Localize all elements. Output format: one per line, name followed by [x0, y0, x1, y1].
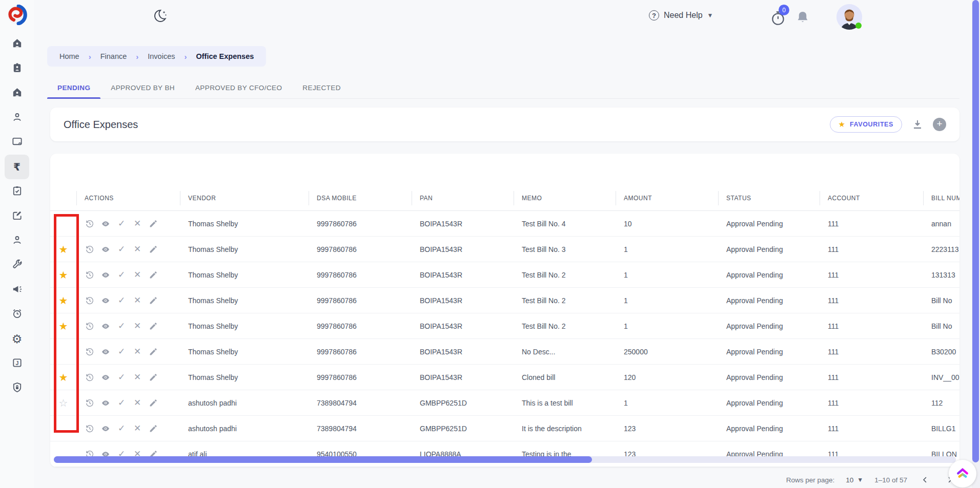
- expenses-table-card: ACTIONSVENDORDSA MOBILEPANMEMOAMOUNTSTAT…: [50, 154, 959, 467]
- tab-approved-by-bh[interactable]: APPROVED BY BH: [100, 77, 185, 98]
- view-icon[interactable]: [100, 295, 111, 306]
- timer-button[interactable]: 0: [770, 9, 787, 27]
- dark-mode-toggle[interactable]: [152, 8, 168, 24]
- sidebar-item-finance-rupee[interactable]: ₹: [5, 155, 29, 179]
- edit-icon[interactable]: [148, 218, 159, 229]
- approve-icon[interactable]: ✓: [116, 372, 127, 383]
- tab-rejected[interactable]: REJECTED: [292, 77, 351, 98]
- pagination-range: 1–10 of 57: [874, 476, 907, 484]
- approve-icon[interactable]: ✓: [116, 269, 127, 281]
- sidebar-item-device-settings[interactable]: [5, 130, 29, 155]
- rows-per-page-select[interactable]: 10 ▼: [846, 476, 863, 484]
- view-icon[interactable]: [100, 372, 111, 383]
- favourite-star-cell[interactable]: ★: [50, 365, 76, 390]
- favourite-star-cell[interactable]: ★: [50, 313, 76, 338]
- view-icon[interactable]: [100, 321, 111, 332]
- breadcrumb-finance[interactable]: Finance: [100, 52, 127, 60]
- view-icon[interactable]: [100, 269, 111, 281]
- horizontal-scrollbar-thumb[interactable]: [54, 456, 592, 463]
- view-icon[interactable]: [100, 346, 111, 357]
- vertical-scrollbar-thumb[interactable]: [972, 0, 979, 462]
- reject-icon[interactable]: ✕: [132, 295, 143, 306]
- approve-icon[interactable]: ✓: [116, 218, 127, 229]
- reject-icon[interactable]: ✕: [132, 346, 143, 357]
- favourite-star-cell[interactable]: ★: [50, 262, 76, 287]
- table-row: ✓ ✕ Thomas Shelby 9997860786 BOIPA1543R …: [50, 339, 959, 365]
- view-icon[interactable]: [100, 244, 111, 255]
- history-icon[interactable]: [84, 397, 95, 409]
- edit-icon[interactable]: [148, 346, 159, 357]
- rupee-icon: ₹: [13, 161, 21, 173]
- view-icon[interactable]: [100, 397, 111, 409]
- history-icon[interactable]: [84, 346, 95, 357]
- favourite-star-cell[interactable]: ★: [50, 288, 76, 313]
- favourite-star-cell[interactable]: [50, 211, 76, 236]
- account-cell: 111: [820, 339, 923, 364]
- notifications-bell[interactable]: [795, 10, 810, 26]
- sidebar-item-journal[interactable]: J: [5, 351, 29, 376]
- view-icon[interactable]: [100, 218, 111, 229]
- sidebar-item-security[interactable]: [5, 376, 29, 400]
- approve-icon[interactable]: ✓: [116, 295, 127, 306]
- sidebar-item-home[interactable]: [5, 32, 29, 56]
- edit-icon[interactable]: [148, 372, 159, 383]
- row-actions: ✓ ✕: [76, 390, 180, 415]
- sidebar-item-id-badge[interactable]: [5, 56, 29, 81]
- sidebar-item-person-alt[interactable]: [5, 228, 29, 253]
- history-icon[interactable]: [84, 269, 95, 281]
- favourite-star-cell[interactable]: ★: [50, 237, 76, 262]
- favourites-button[interactable]: ★ FAVOURITES: [830, 116, 902, 133]
- sidebar-item-home-alt[interactable]: [5, 81, 29, 105]
- reject-icon[interactable]: ✕: [132, 321, 143, 332]
- sidebar-item-person[interactable]: [5, 105, 29, 130]
- reject-icon[interactable]: ✕: [132, 244, 143, 255]
- add-expense-button[interactable]: +: [933, 118, 946, 131]
- approve-icon[interactable]: ✓: [116, 397, 127, 409]
- approve-icon[interactable]: ✓: [116, 244, 127, 255]
- history-icon[interactable]: [84, 244, 95, 255]
- edit-icon[interactable]: [148, 244, 159, 255]
- favourite-star-cell[interactable]: [50, 339, 76, 364]
- history-icon[interactable]: [84, 218, 95, 229]
- sidebar-item-tools[interactable]: [5, 253, 29, 278]
- tab-approved-by-cfo-ceo[interactable]: APPROVED BY CFO/CEO: [185, 77, 292, 98]
- history-icon[interactable]: [84, 295, 95, 306]
- edit-icon[interactable]: [148, 321, 159, 332]
- vendor-cell: Thomas Shelby: [180, 313, 309, 338]
- previous-page-button[interactable]: [918, 473, 932, 486]
- view-icon[interactable]: [100, 423, 111, 434]
- download-button[interactable]: [911, 118, 924, 131]
- approve-icon[interactable]: ✓: [116, 346, 127, 357]
- reject-icon[interactable]: ✕: [132, 372, 143, 383]
- row-actions: ✓ ✕: [76, 416, 180, 441]
- edit-icon[interactable]: [148, 423, 159, 434]
- sidebar-item-announcements[interactable]: [5, 278, 29, 302]
- favourite-star-cell[interactable]: ☆: [50, 390, 76, 415]
- amount-cell: 1: [616, 390, 718, 415]
- breadcrumb-invoices[interactable]: Invoices: [148, 52, 175, 60]
- approve-icon[interactable]: ✓: [116, 423, 127, 434]
- sidebar-item-note-edit[interactable]: [5, 204, 29, 228]
- sidebar-item-clipboard-check[interactable]: [5, 179, 29, 204]
- reject-icon[interactable]: ✕: [132, 269, 143, 281]
- sidebar-item-settings[interactable]: ⚙: [5, 327, 29, 351]
- history-icon[interactable]: [84, 372, 95, 383]
- reject-icon[interactable]: ✕: [132, 397, 143, 409]
- edit-icon[interactable]: [148, 269, 159, 281]
- reject-icon[interactable]: ✕: [132, 423, 143, 434]
- breadcrumb-home[interactable]: Home: [59, 52, 79, 60]
- account-cell: 111: [820, 288, 923, 313]
- edit-icon[interactable]: [148, 295, 159, 306]
- history-icon[interactable]: [84, 321, 95, 332]
- horizontal-scrollbar-track[interactable]: [54, 456, 956, 463]
- sidebar-item-reminders[interactable]: [5, 302, 29, 327]
- need-help-menu[interactable]: ? Need Help ▼: [649, 10, 713, 20]
- tab-pending[interactable]: PENDING: [47, 77, 100, 98]
- approve-icon[interactable]: ✓: [116, 321, 127, 332]
- clickup-widget-button[interactable]: [949, 460, 976, 487]
- history-icon[interactable]: [84, 423, 95, 434]
- reject-icon[interactable]: ✕: [132, 218, 143, 229]
- edit-icon[interactable]: [148, 397, 159, 409]
- table-row: ✓ ✕ Thomas Shelby 9997860786 BOIPA1543R …: [50, 211, 959, 237]
- favourite-star-cell[interactable]: [50, 416, 76, 441]
